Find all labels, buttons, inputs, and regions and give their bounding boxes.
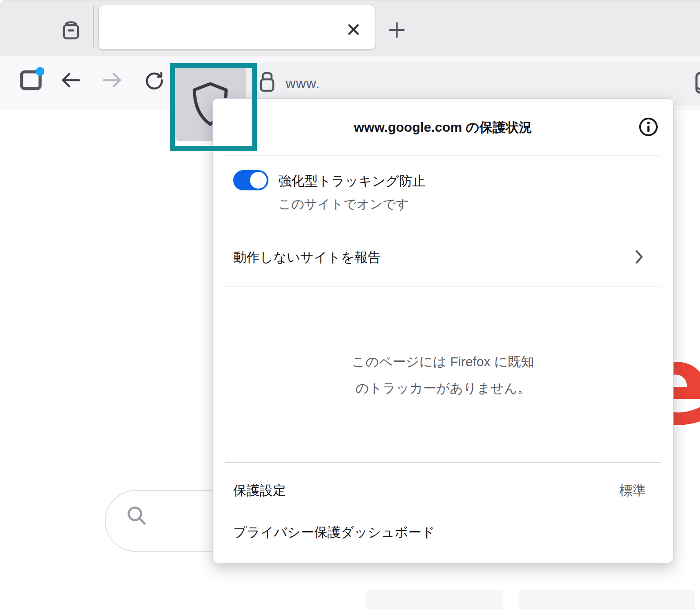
protection-settings-value: 標準 <box>619 482 646 500</box>
panel-title: www.google.com の保護状況 <box>213 119 673 137</box>
lock-icon[interactable] <box>257 69 277 94</box>
tab-separator <box>93 6 94 47</box>
google-logo-letter-clip: e <box>674 326 700 445</box>
tracking-protection-panel: www.google.com の保護状況 強化型トラッキング防止 このサイトでオ… <box>212 98 674 563</box>
protection-settings-row[interactable]: 保護設定 標準 <box>233 482 653 498</box>
report-broken-site-label: 動作しないサイトを報告 <box>233 249 381 267</box>
forward-button[interactable] <box>101 69 124 92</box>
toggle-knob <box>250 172 267 189</box>
back-button[interactable] <box>59 69 82 92</box>
search-icon <box>123 501 151 530</box>
no-trackers-message: このページには Firefox に既知 のトラッカーがありません。 <box>213 349 673 401</box>
no-trackers-message-line1: このページには Firefox に既知 <box>213 349 673 375</box>
new-tab-button[interactable] <box>384 18 409 42</box>
divider <box>225 156 661 156</box>
arrow-right-icon <box>102 71 123 89</box>
chevron-right-icon <box>634 249 644 264</box>
window-button[interactable] <box>18 64 45 93</box>
google-search-button[interactable] <box>366 590 503 609</box>
google-logo-letter: e <box>674 330 700 441</box>
reload-button[interactable] <box>143 69 166 92</box>
browser-window-icon <box>19 66 44 92</box>
toggle-status: このサイトでオンです <box>278 196 409 213</box>
tab-strip <box>0 0 700 56</box>
privacy-dashboard-row[interactable]: プライバシー保護ダッシュボード <box>233 524 653 539</box>
archive-box-icon <box>60 19 82 42</box>
tracking-protection-toggle[interactable] <box>233 170 268 190</box>
bookmark-icon[interactable] <box>693 71 700 95</box>
info-icon <box>638 117 659 137</box>
arrow-left-icon <box>60 71 81 89</box>
divider <box>225 286 661 286</box>
divider <box>225 462 661 463</box>
plus-icon <box>388 21 406 39</box>
divider <box>225 233 661 233</box>
privacy-dashboard-label: プライバシー保護ダッシュボード <box>233 524 435 542</box>
reload-icon <box>145 71 164 90</box>
firefox-view-button[interactable] <box>57 17 85 44</box>
notification-dot <box>36 67 44 76</box>
report-broken-site-row[interactable]: 動作しないサイトを報告 <box>213 249 673 264</box>
tab-close-button[interactable] <box>343 19 364 40</box>
info-button[interactable] <box>638 116 659 137</box>
toggle-label: 強化型トラッキング防止 <box>278 172 425 190</box>
active-tab[interactable] <box>99 5 375 49</box>
no-trackers-message-line2: のトラッカーがありません。 <box>213 375 673 401</box>
protection-settings-label: 保護設定 <box>233 482 286 500</box>
close-icon <box>347 23 360 36</box>
feeling-lucky-button[interactable] <box>518 590 695 609</box>
annotation-highlight-box <box>170 63 257 151</box>
